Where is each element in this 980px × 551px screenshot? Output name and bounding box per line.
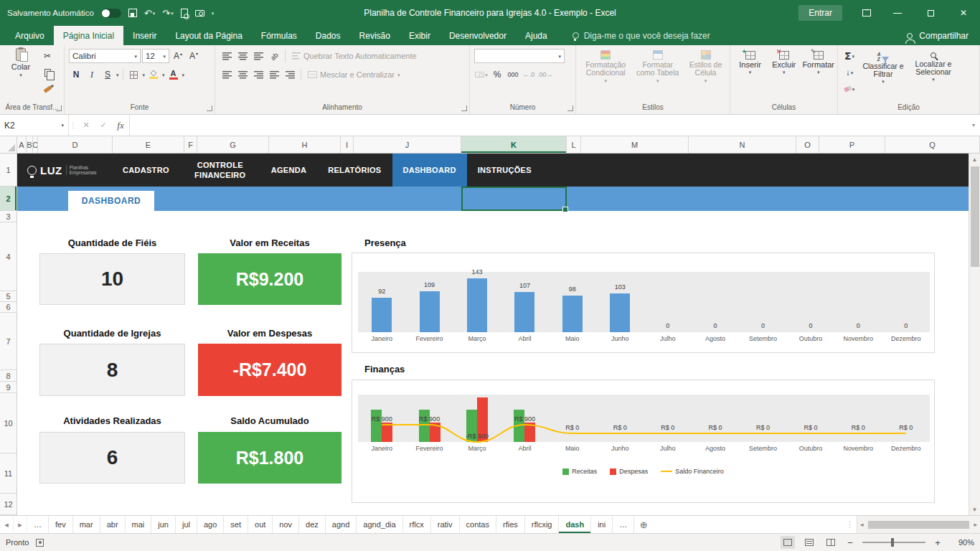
row-header-2[interactable]: 2 <box>0 187 17 211</box>
sheet-tab-rflcxig[interactable]: rflcxig <box>525 516 560 533</box>
row-header-6[interactable]: 6 <box>0 302 17 313</box>
nav-item-cadastro[interactable]: CADASTRO <box>112 154 180 187</box>
column-header-P[interactable]: P <box>819 136 885 153</box>
orientation-icon[interactable] <box>267 49 281 63</box>
enter-icon[interactable]: ✓ <box>95 115 112 136</box>
column-header-G[interactable]: G <box>197 136 269 153</box>
cut-icon[interactable]: ✂ <box>40 49 55 63</box>
autosave-toggle[interactable] <box>101 9 121 18</box>
format-painter-icon[interactable] <box>40 82 55 96</box>
font-size-select[interactable]: 12▾ <box>142 49 169 63</box>
column-header-I[interactable]: I <box>341 136 354 153</box>
scroll-up-icon[interactable]: ▲ <box>972 154 978 165</box>
align-bottom-icon[interactable] <box>251 49 265 63</box>
sheet-tab-ini[interactable]: ini <box>591 516 613 533</box>
row-header-8[interactable]: 8 <box>0 370 17 382</box>
camera-icon[interactable] <box>195 10 204 17</box>
insert-cells-button[interactable]: + Inserir ▾ <box>735 48 765 75</box>
sheet-tab-agnd[interactable]: agnd <box>326 516 357 533</box>
presenca-bar-abril[interactable] <box>514 292 534 332</box>
column-header-O[interactable]: O <box>796 136 819 153</box>
column-header-E[interactable]: E <box>113 136 184 153</box>
page-layout-view-icon[interactable] <box>802 536 816 549</box>
column-header-J[interactable]: J <box>354 136 461 153</box>
row-header-5[interactable]: 5 <box>0 291 17 302</box>
ribbon-tab-formulas[interactable]: Fórmulas <box>252 26 306 45</box>
row-header-9[interactable]: 9 <box>0 382 17 393</box>
horizontal-scroll-thumb[interactable] <box>868 521 970 529</box>
increase-decimal-icon[interactable]: ←.0 <box>522 67 536 82</box>
borders-icon[interactable] <box>127 67 141 82</box>
decrease-decimal-icon[interactable]: .00→ <box>537 67 553 82</box>
paste-button[interactable]: Colar ▾ <box>4 48 37 77</box>
nav-item-controle-financeiro[interactable]: CONTROLE FINANCEIRO <box>180 154 260 187</box>
row-header-3[interactable]: 3 <box>0 211 17 222</box>
column-header-D[interactable]: D <box>38 136 113 153</box>
ribbon-tab-revisao[interactable]: Revisão <box>350 26 400 45</box>
clipboard-dialog-launcher-icon[interactable] <box>56 105 62 111</box>
nav-item-relatorios[interactable]: RELATÓRIOS <box>317 154 392 187</box>
ribbon-tab-pagina-inicial[interactable]: Página Inicial <box>54 26 123 45</box>
ribbon-tab-layout-da-pagina[interactable]: Layout da Página <box>166 26 251 45</box>
column-header-K[interactable]: K <box>461 136 567 153</box>
ribbon-tab-arquivo[interactable]: Arquivo <box>6 26 54 45</box>
clear-icon[interactable]: ▾ <box>842 82 857 96</box>
ribbon-tab-desenvolvedor[interactable]: Desenvolvedor <box>440 26 516 45</box>
cell-styles-button[interactable]: Estilos de Célula ▾ <box>684 48 727 83</box>
macro-record-icon[interactable] <box>36 539 44 547</box>
ribbon-tab-exibir[interactable]: Exibir <box>400 26 440 45</box>
tabs-scroll-left-icon[interactable]: ◂ <box>0 516 14 533</box>
sort-filter-button[interactable]: AZ Classificar e Filtrar ▾ <box>859 48 907 84</box>
sheet-tab-abr[interactable]: abr <box>100 516 126 533</box>
print-preview-icon[interactable] <box>181 9 188 18</box>
format-cells-button[interactable]: ✎ Formatar ▾ <box>802 48 834 75</box>
financas-chart[interactable]: R$ 900JaneiroR$ 900Fevereiro-R$ 900Março… <box>352 380 935 503</box>
column-header-H[interactable]: H <box>269 136 341 153</box>
nav-item-dashboard[interactable]: DASHBOARD <box>392 154 467 187</box>
tabs-scroll-right-icon[interactable]: ▸ <box>14 516 27 533</box>
font-dialog-launcher-icon[interactable] <box>207 105 212 111</box>
zoom-slider-thumb[interactable] <box>891 538 894 547</box>
row-header-4[interactable]: 4 <box>0 222 17 291</box>
sheet-tab-jun[interactable]: jun <box>151 516 176 533</box>
align-left-icon[interactable] <box>220 67 234 82</box>
despesas-bar-abril[interactable] <box>524 423 535 442</box>
column-header-F[interactable]: F <box>184 136 197 153</box>
receitas-bar-fevereiro[interactable] <box>419 410 430 442</box>
conditional-formatting-button[interactable]: Formatação Condicional ▾ <box>580 48 631 83</box>
fill-down-icon[interactable]: ↓▾ <box>842 65 857 80</box>
row-header-12[interactable]: 12 <box>0 494 17 515</box>
decrease-indent-icon[interactable] <box>267 67 281 82</box>
fill-color-icon[interactable] <box>146 67 161 82</box>
find-select-button[interactable]: Localizar e Selecionar ▾ <box>910 48 957 82</box>
accounting-format-icon[interactable]: ▾ <box>474 67 489 82</box>
ribbon-tab-dados[interactable]: Dados <box>306 26 350 45</box>
align-right-icon[interactable] <box>251 67 265 82</box>
select-all-corner[interactable] <box>0 136 17 153</box>
sheet-tab-rfies[interactable]: rfies <box>496 516 525 533</box>
despesas-bar-fevereiro[interactable] <box>430 423 440 442</box>
zoom-out-icon[interactable]: − <box>845 537 855 548</box>
number-format-select[interactable]: ▾ <box>474 49 565 63</box>
row-header-11[interactable]: 11 <box>0 453 17 494</box>
presenca-bar-maio[interactable] <box>562 296 583 332</box>
alignment-dialog-launcher-icon[interactable] <box>461 105 467 111</box>
ribbon-tab-inserir[interactable]: Inserir <box>123 26 166 45</box>
increase-indent-icon[interactable] <box>283 67 297 82</box>
sheet-tab-dez[interactable]: dez <box>299 516 326 533</box>
formula-bar-expand-icon[interactable]: ▾ <box>967 115 980 136</box>
close-button[interactable]: ✕ <box>947 0 980 26</box>
font-color-icon[interactable]: A <box>166 67 181 82</box>
sheet-tab-set[interactable]: set <box>224 516 248 533</box>
redo-icon[interactable]: ↷▾ <box>162 9 173 18</box>
undo-icon[interactable]: ↶▾ <box>144 9 155 18</box>
row-header-1[interactable]: 1 <box>0 154 17 187</box>
column-header-C[interactable]: C <box>33 136 38 153</box>
presenca-bar-fevereiro[interactable] <box>420 291 440 332</box>
sheet-tab-agnd-dia[interactable]: agnd_dia <box>357 516 402 533</box>
normal-view-icon[interactable] <box>781 536 795 549</box>
despesas-bar-janeiro[interactable] <box>382 423 392 442</box>
receitas-bar-janeiro[interactable] <box>371 410 382 442</box>
sheet-tab-contas[interactable]: contas <box>460 516 496 533</box>
sign-in-button[interactable]: Entrar <box>798 5 842 21</box>
